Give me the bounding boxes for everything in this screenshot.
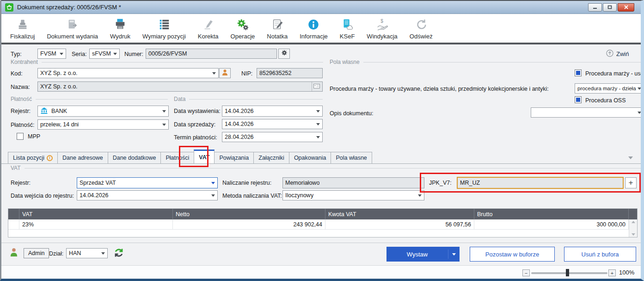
toolbar-button-informacje[interactable]: Informacje — [294, 16, 334, 41]
tab-dane-adresowe[interactable]: Dane adresowe — [57, 152, 108, 164]
tab-pola-wlasne[interactable]: Pola własne — [331, 152, 372, 164]
dollar-hand-icon: $ — [376, 17, 389, 32]
maximize-icon[interactable] — [603, 3, 617, 12]
stamp-icon — [16, 17, 29, 32]
admin-user-button[interactable]: Admin — [24, 248, 49, 258]
toolbar-button-fiskalizuj[interactable]: Fiskalizuj — [4, 16, 41, 41]
wystaw-button[interactable]: Wystaw — [386, 247, 460, 262]
toolbar-button-windykacja[interactable]: $ Windykacja — [361, 16, 403, 41]
col-header-brutto[interactable]: Brutto — [474, 209, 629, 219]
pola-wlasne-group-header: Pola własne — [330, 59, 642, 65]
tab-platnosci[interactable]: Płatności — [160, 152, 194, 164]
row-selector-cell[interactable] — [8, 219, 19, 230]
chevron-down-icon — [162, 110, 166, 112]
scroll-up-icon[interactable] — [632, 221, 635, 223]
col-header-netto[interactable]: Netto — [173, 209, 325, 219]
note-pencil-icon — [271, 17, 284, 32]
data-wejscia-select[interactable]: 14.04.2026 — [77, 190, 218, 200]
gear-icon — [281, 50, 288, 58]
titlebar: Dokument sprzedaży: 0005/26/FVSM * — [1, 1, 641, 14]
toolbar-button-operacje[interactable]: Operacje — [225, 16, 261, 41]
table-row[interactable]: 23% 243 902,44 56 097,56 300 000,00 — [8, 219, 629, 230]
zoom-in-button[interactable]: + — [608, 269, 616, 276]
tab-opakowania[interactable]: Opakowania — [289, 152, 331, 164]
zoom-slider-track[interactable] — [531, 272, 607, 274]
procedura-oss-checkbox[interactable] — [575, 96, 582, 103]
wystaw-dropdown-chevron-icon[interactable] — [448, 253, 460, 256]
toolbar-button-dokument-wydania[interactable]: Dokument wydania — [41, 16, 104, 41]
usun-z-bufora-button[interactable]: Usuń z bufora — [564, 247, 636, 262]
cell-netto[interactable]: 243 902,44 — [173, 219, 325, 230]
chevron-down-icon — [162, 124, 166, 126]
kod-select[interactable]: XYZ Sp. z o.o. — [37, 68, 219, 78]
scroll-down-icon[interactable] — [632, 233, 635, 236]
document-arrow-icon — [66, 17, 79, 32]
mpp-label: MPP — [28, 133, 40, 140]
procedura-marzy-turystyka-label: Procedura marży - usługi turystyk — [585, 70, 644, 77]
rejestr-label: Rejestr: — [11, 108, 31, 114]
tab-powiazania[interactable]: Powiązania — [215, 152, 253, 164]
main-toolbar: Fiskalizuj Dokument wydania Wydruk Wymia… — [1, 14, 641, 43]
minimize-icon[interactable] — [588, 3, 602, 12]
tab-vat[interactable]: VAT — [194, 150, 215, 164]
pencil-icon — [202, 17, 215, 32]
chevron-down-icon — [211, 182, 215, 184]
circle-up-arrow-icon — [606, 50, 613, 58]
rejestr-select[interactable]: BANK — [37, 106, 169, 117]
chevron-down-icon — [212, 72, 216, 75]
bank-icon — [40, 107, 48, 116]
cell-kwota-vat[interactable]: 56 097,56 — [325, 219, 474, 230]
cell-brutto[interactable]: 300 000,00 — [474, 219, 629, 230]
scrollbar-header — [629, 209, 637, 219]
termin-platnosci-label: Termin płatności: — [174, 134, 217, 141]
list-icon — [158, 17, 171, 32]
person-icon — [10, 248, 18, 259]
col-header-vat[interactable]: VAT — [19, 209, 173, 219]
data-wystawienia-label: Data wystawienia: — [174, 108, 221, 114]
numeration-settings-button[interactable] — [278, 49, 290, 59]
metoda-naliczania-select[interactable]: Iloczynowy — [282, 190, 424, 200]
platnosc-select[interactable]: przelew, 14 dni — [37, 119, 169, 130]
zoom-slider-thumb[interactable] — [566, 269, 569, 276]
jpk-v7-field[interactable]: MR_UZ — [457, 177, 624, 189]
seria-select[interactable]: sFVSM — [89, 49, 120, 59]
person-icon — [222, 69, 228, 78]
opis-dokumentu-select[interactable] — [531, 107, 644, 118]
jpk-add-button[interactable]: + — [625, 177, 637, 188]
zoom-out-button[interactable]: − — [522, 269, 530, 276]
data-sprzedazy-select[interactable]: 14.04.2026 — [222, 119, 323, 129]
toolbar-button-wymiary-pozycji[interactable]: Wymiary pozycji — [136, 16, 192, 41]
window-title: Dokument sprzedaży: 0005/26/FVSM * — [17, 4, 121, 11]
kontrahent-person-button[interactable] — [219, 68, 231, 78]
tab-overflow-chevron-icon[interactable] — [628, 156, 633, 159]
typ-select[interactable]: FVSM — [37, 49, 66, 59]
toolbar-button-odswiez[interactable]: Odśwież — [404, 16, 439, 41]
collapse-header-button[interactable]: Zwiń — [606, 50, 629, 58]
dzial-select[interactable]: HAN — [66, 248, 108, 258]
close-icon[interactable] — [618, 3, 634, 12]
tabstrip: Lista pozycji ! Dane adresowe Dane dodat… — [8, 150, 372, 164]
procedura-marzy-towary-select[interactable]: procedura marży - dzieła sztuki — [575, 83, 644, 94]
data-wystawienia-select[interactable]: 14.04.2026 — [222, 106, 323, 117]
toolbar-button-notatka[interactable]: Notatka — [261, 16, 294, 41]
procedura-marzy-turystyka-checkbox[interactable] — [575, 69, 582, 76]
data-wejscia-label: Data wejścia do rejestru: — [11, 193, 74, 199]
refresh-icon[interactable] — [114, 248, 124, 260]
toolbar-button-korekta[interactable]: Korekta — [192, 16, 225, 41]
tab-zalaczniki[interactable]: Załączniki — [253, 152, 289, 164]
termin-platnosci-select[interactable]: 28.04.2026 — [222, 132, 323, 142]
procedura-oss-label: Procedura OSS — [585, 97, 626, 104]
tab-dane-dodatkowe[interactable]: Dane dodatkowe — [108, 152, 161, 164]
cell-vat[interactable]: 23% — [19, 219, 173, 230]
vat-rejestr-select[interactable]: Sprzedaż VAT — [77, 177, 218, 188]
toolbar-button-wydruk[interactable]: Wydruk — [104, 16, 136, 41]
toolbar-button-ksef[interactable]: KSeF — [334, 16, 361, 41]
table-vertical-scrollbar[interactable] — [629, 219, 637, 237]
footer-separator — [1, 243, 641, 243]
contact-card-icon[interactable] — [312, 82, 321, 91]
tab-lista-pozycji[interactable]: Lista pozycji ! — [8, 152, 57, 164]
mpp-checkbox[interactable] — [17, 133, 24, 140]
col-header-kwota-vat[interactable]: Kwota VAT — [325, 209, 474, 219]
toolbar-separator — [1, 43, 641, 44]
pozostaw-w-buforze-button[interactable]: Pozostaw w buforze — [470, 247, 555, 262]
